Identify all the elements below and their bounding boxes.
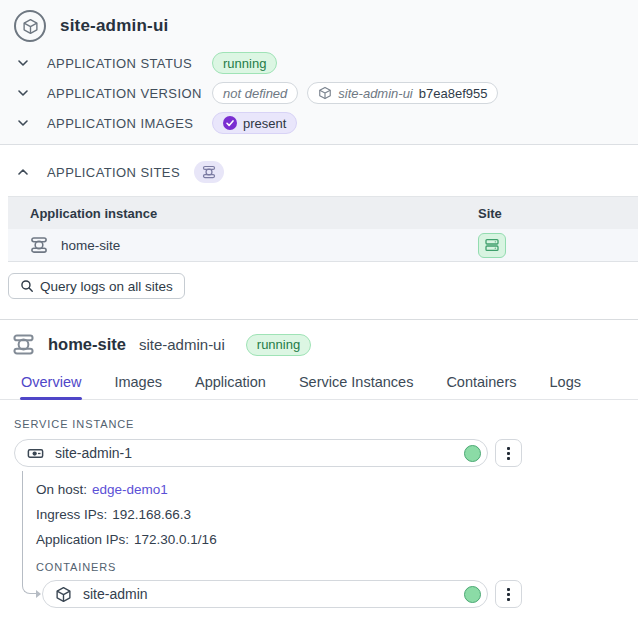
site-status-chip[interactable]: [478, 233, 506, 258]
application-ips-label: Application IPs:: [36, 532, 129, 547]
application-version-row: APPLICATION VERSION not defined site-adm…: [14, 78, 624, 108]
version-image-name: site-admin-ui: [338, 86, 412, 101]
ingress-ips-label: Ingress IPs:: [36, 507, 107, 522]
application-ips-value: 172.30.0.1/16: [134, 532, 217, 547]
service-instance-name: site-admin-1: [55, 445, 453, 461]
site-app-name: site-admin-ui: [139, 336, 225, 353]
chevron-up-icon[interactable]: [17, 166, 29, 178]
column-header-instance: Application instance: [8, 206, 478, 221]
kebab-menu-button[interactable]: [495, 439, 522, 467]
query-logs-button-label: Query logs on all sites: [40, 279, 173, 294]
application-sites-label: APPLICATION SITES: [47, 165, 180, 180]
tree-branch-line: [22, 471, 36, 594]
package-icon: [318, 86, 332, 100]
tab-service-instances[interactable]: Service Instances: [298, 368, 414, 399]
version-image-hash: b7ea8ef955: [419, 86, 488, 101]
table-row[interactable]: home-site: [8, 229, 638, 262]
tree-arrowhead: [36, 590, 41, 598]
container-row: site-admin: [42, 580, 522, 608]
application-images-row: APPLICATION IMAGES present: [14, 108, 624, 138]
status-dot-green: [464, 586, 481, 603]
on-host-label: On host:: [36, 482, 87, 497]
application-images-label: APPLICATION IMAGES: [47, 116, 212, 131]
site-name: home-site: [48, 335, 126, 354]
version-not-defined-badge: not defined: [212, 82, 298, 104]
service-instance-row: site-admin-1: [14, 439, 522, 467]
app-header: site-admin-ui: [14, 10, 624, 42]
package-icon: [14, 10, 46, 42]
tab-overview[interactable]: Overview: [20, 368, 82, 399]
application-status-label: APPLICATION STATUS: [47, 56, 212, 71]
application-sites-header: APPLICATION SITES: [0, 161, 638, 183]
containers-label: CONTAINERS: [14, 561, 624, 573]
site-icon: [30, 236, 48, 254]
check-circle-icon: [223, 116, 237, 130]
package-icon: [55, 586, 72, 603]
host-link[interactable]: edge-demo1: [92, 482, 168, 497]
sites-table: Application instance Site home-site: [8, 196, 638, 262]
version-image-badge: site-admin-ui b7ea8ef955: [307, 82, 498, 104]
tab-images[interactable]: Images: [113, 368, 163, 399]
ingress-ips-value: 192.168.66.3: [112, 507, 191, 522]
tab-application[interactable]: Application: [194, 368, 267, 399]
container-name: site-admin: [83, 586, 453, 602]
query-logs-button[interactable]: Query logs on all sites: [8, 273, 185, 299]
images-present-label: present: [243, 116, 286, 131]
status-badge: running: [212, 52, 277, 74]
overview-panel: SERVICE INSTANCE site-admin-1 On host: e…: [0, 400, 638, 608]
tab-containers[interactable]: Containers: [445, 368, 517, 399]
site-status-badge: running: [246, 334, 311, 356]
column-header-site: Site: [478, 206, 638, 221]
application-version-label: APPLICATION VERSION: [47, 86, 212, 101]
status-dot-green: [464, 445, 481, 462]
site-icon: [12, 333, 35, 356]
sites-table-header: Application instance Site: [8, 196, 638, 229]
service-instance-pill[interactable]: site-admin-1: [14, 439, 488, 467]
service-instance-label: SERVICE INSTANCE: [14, 418, 624, 430]
server-stack-icon: [484, 237, 500, 253]
page-title: site-admin-ui: [60, 16, 168, 36]
chevron-down-icon[interactable]: [17, 117, 29, 129]
instance-name: home-site: [61, 238, 120, 253]
sites-count-badge[interactable]: [194, 161, 224, 183]
tab-logs[interactable]: Logs: [549, 368, 582, 399]
site-detail-header: home-site site-admin-ui running: [0, 333, 638, 356]
instance-details: On host: edge-demo1 Ingress IPs: 192.168…: [14, 477, 624, 552]
application-sites-section: APPLICATION SITES Application instance S…: [0, 145, 638, 320]
application-status-row: APPLICATION STATUS running: [14, 48, 624, 78]
search-icon: [20, 279, 34, 293]
chevron-down-icon[interactable]: [17, 57, 29, 69]
chevron-down-icon[interactable]: [17, 87, 29, 99]
site-detail-section: home-site site-admin-ui running Overview…: [0, 320, 638, 608]
kebab-menu-button[interactable]: [495, 580, 522, 608]
application-summary-section: site-admin-ui APPLICATION STATUS running…: [0, 0, 638, 145]
instance-detail-tree: On host: edge-demo1 Ingress IPs: 192.168…: [14, 477, 624, 608]
instance-icon: [27, 445, 44, 462]
site-icon: [202, 165, 216, 179]
container-pill[interactable]: site-admin: [42, 580, 488, 608]
images-present-badge: present: [212, 112, 297, 134]
tab-bar: Overview Images Application Service Inst…: [0, 368, 638, 400]
